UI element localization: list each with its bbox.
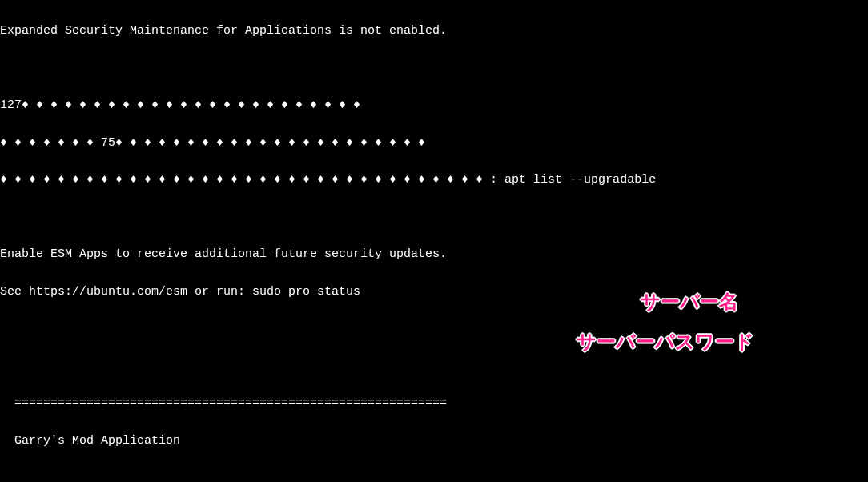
diamond-line-2: ♦ ♦ ♦ ♦ ♦ ♦ ♦ 75♦ ♦ ♦ ♦ ♦ ♦ ♦ ♦ ♦ ♦ ♦ ♦ …: [0, 134, 868, 152]
terminal-output: Expanded Security Maintenance for Applic…: [0, 0, 868, 482]
diamond-line-1: 127♦ ♦ ♦ ♦ ♦ ♦ ♦ ♦ ♦ ♦ ♦ ♦ ♦ ♦ ♦ ♦ ♦ ♦ ♦…: [0, 96, 868, 114]
diamond-line-3: ♦ ♦ ♦ ♦ ♦ ♦ ♦ ♦ ♦ ♦ ♦ ♦ ♦ ♦ ♦ ♦ ♦ ♦ ♦ ♦ …: [0, 171, 868, 189]
app-title: Garry's Mod Application: [0, 432, 868, 450]
blank-line: [0, 357, 868, 376]
blank-line: [0, 468, 868, 482]
enable-esm-msg: Enable ESM Apps to receive additional fu…: [0, 245, 868, 263]
esm-not-enabled: Expanded Security Maintenance for Applic…: [0, 22, 868, 40]
blank-line: [0, 59, 868, 78]
annotation-server-password: サーバーパスワード: [577, 327, 754, 356]
blank-line: [0, 208, 868, 227]
annotation-server-name: サーバー名: [641, 287, 738, 316]
app-separator-top: ========================================…: [0, 394, 868, 412]
